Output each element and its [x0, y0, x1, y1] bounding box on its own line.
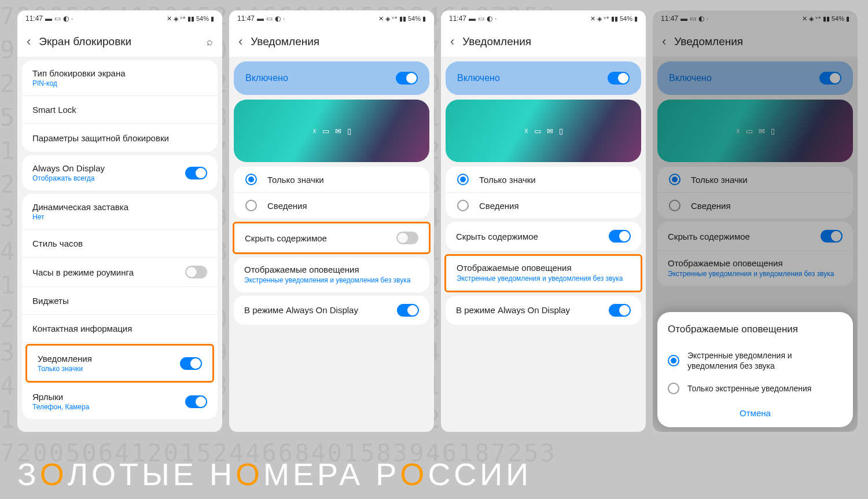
radio-icons-only[interactable]: Только значки	[657, 167, 853, 193]
status-time: 11:47	[25, 14, 43, 23]
dialog-title: Отображаемые оповещения	[668, 324, 843, 335]
radio-icons-only[interactable]: Только значки	[234, 167, 429, 193]
enabled-banner[interactable]: Включено	[446, 61, 641, 95]
signal-icon: ▮▮	[187, 15, 194, 23]
radio-details[interactable]: Сведения	[446, 193, 641, 218]
missed-call-icon: ☓	[736, 127, 740, 135]
toggle-enabled[interactable]	[819, 72, 841, 85]
mail-icon: ✉	[759, 127, 765, 135]
header: ‹ Экран блокировки ⌕	[17, 27, 222, 57]
radio-icon[interactable]	[245, 200, 257, 211]
radio-icon[interactable]	[245, 174, 257, 185]
radio-icon[interactable]	[669, 174, 681, 185]
lock-icon: ▯	[771, 127, 775, 135]
statusbar: 11:47 ▬▭◐ · ✕◈ᵛᵒ▮▮54%▮	[17, 10, 222, 27]
back-icon[interactable]: ‹	[238, 34, 242, 49]
status-battery: 54%	[196, 15, 209, 22]
dialog-option-1[interactable]: Экстренные уведомления и уведомления без…	[668, 344, 843, 377]
row-shown-alerts[interactable]: Отображаемые оповещения Экстренные уведо…	[234, 258, 429, 292]
toggle-notifications[interactable]	[180, 357, 202, 370]
toggle-enabled[interactable]	[608, 72, 630, 85]
phone-screen-3: 11:47 ▬▭◐ · ✕◈ᵛᵒ▮▮54%▮ ‹ Уведомления Вкл…	[441, 10, 646, 432]
chat-icon: ▭	[534, 127, 541, 135]
wifi-icon: ◈	[597, 15, 602, 23]
row-hide-content[interactable]: Скрыть содержимое	[234, 223, 429, 252]
radio-icon[interactable]	[669, 200, 681, 211]
row-clock-style[interactable]: Стиль часов	[22, 230, 218, 258]
row-contact-info[interactable]: Контактная информация	[22, 315, 218, 343]
statusbar: 11:47 ▬▭◐ · ✕◈ᵛᵒ▮▮54%▮	[229, 10, 434, 27]
chat-icon: ▬	[257, 14, 264, 23]
enabled-banner[interactable]: Включено	[234, 61, 429, 95]
missed-call-icon: ☓	[312, 127, 317, 135]
back-icon[interactable]: ‹	[27, 34, 31, 49]
back-icon[interactable]: ‹	[662, 34, 666, 49]
battery-icon: ▮	[634, 15, 638, 23]
row-secure-params[interactable]: Параметры защитной блокировки	[22, 124, 218, 152]
highlight-shown-alerts: Отображаемые оповещения Экстренные уведо…	[444, 254, 642, 292]
back-icon[interactable]: ‹	[450, 34, 454, 49]
missed-call-icon: ☓	[524, 127, 528, 135]
lockscreen-preview: ☓ ▭ ✉ ▯	[446, 100, 641, 162]
weather-icon: ◐	[275, 14, 281, 23]
toggle-aod[interactable]	[185, 167, 207, 179]
phone-screen-4: 11:47 ▬▭◐ · ✕◈ᵛᵒ▮▮54%▮ ‹ Уведомления Вкл…	[653, 10, 858, 432]
toggle-shortcuts[interactable]	[185, 395, 207, 408]
radio-icon[interactable]	[457, 174, 469, 185]
chat-icon: ▬	[45, 14, 52, 23]
row-hide-content[interactable]: Скрыть содержимое	[657, 222, 853, 251]
row-shortcuts[interactable]: ЯрлыкиТелефон, Камера	[22, 384, 218, 419]
dialog-cancel-button[interactable]: Отмена	[668, 400, 843, 420]
mail-icon: ✉	[335, 127, 341, 135]
mute-icon: ✕	[590, 15, 595, 23]
radio-icons-only[interactable]: Только значки	[446, 167, 641, 193]
row-widgets[interactable]: Виджеты	[22, 287, 218, 315]
battery-icon: ▮	[211, 15, 214, 23]
row-notifications[interactable]: УведомленияТолько значки	[27, 346, 212, 381]
toggle-hide-content[interactable]	[396, 232, 418, 244]
toggle-aod-mode[interactable]	[397, 304, 419, 317]
header: ‹ Уведомления	[653, 27, 858, 57]
signal-icon: ▮▮	[399, 15, 406, 23]
row-dynamic[interactable]: Динамическая заставкаНет	[22, 194, 218, 230]
row-hide-content[interactable]: Скрыть содержимое	[446, 222, 641, 251]
enabled-banner[interactable]: Включено	[657, 61, 853, 95]
header-title: Уведомления	[462, 35, 531, 48]
toggle-roaming[interactable]	[185, 266, 207, 278]
volte-icon: ᵛᵒ	[604, 15, 609, 23]
row-aod[interactable]: Always On DisplayОтображать всегда	[22, 155, 218, 190]
header-title: Экран блокировки	[39, 35, 131, 48]
signal-icon: ▮▮	[611, 15, 618, 23]
chat-icon: ▭	[322, 127, 329, 135]
row-aod-mode[interactable]: В режиме Always On Display	[446, 296, 641, 325]
dialog-option-2[interactable]: Только экстренные уведомления	[668, 377, 843, 400]
radio-icon[interactable]	[668, 383, 679, 394]
radio-details[interactable]: Сведения	[234, 193, 429, 218]
row-shown-alerts[interactable]: Отображаемые оповещения Экстренные уведо…	[657, 251, 853, 286]
header-title: Уведомления	[251, 35, 319, 48]
row-lock-type[interactable]: Тип блокировки экранаPIN-код	[22, 60, 218, 96]
row-smart-lock[interactable]: Smart Lock	[22, 96, 218, 124]
header-title: Уведомления	[674, 35, 743, 48]
volte-icon: ᵛᵒ	[180, 15, 186, 23]
lock-icon: ▯	[559, 127, 563, 135]
mute-icon: ✕	[167, 15, 172, 23]
radio-icon[interactable]	[457, 200, 469, 211]
volte-icon: ᵛᵒ	[392, 15, 398, 23]
row-aod-mode[interactable]: В режиме Always On Display	[234, 296, 429, 325]
radio-icon[interactable]	[668, 355, 679, 366]
toggle-aod-mode[interactable]	[609, 304, 631, 317]
row-shown-alerts[interactable]: Отображаемые оповещения Экстренные уведо…	[446, 256, 641, 291]
search-icon[interactable]: ⌕	[207, 36, 213, 48]
statusbar: 11:47 ▬▭◐ · ✕◈ᵛᵒ▮▮54%▮	[441, 10, 646, 27]
row-roaming-clock[interactable]: Часы в режиме роуминга	[22, 258, 218, 287]
toggle-enabled[interactable]	[396, 72, 418, 85]
toggle-hide-content[interactable]	[609, 230, 631, 243]
highlight-hide-content: Скрыть содержимое	[233, 222, 431, 254]
mail-icon: ✉	[547, 127, 553, 135]
header: ‹ Уведомления	[229, 27, 434, 57]
radio-details[interactable]: Сведения	[657, 193, 853, 218]
weather-icon: ◐	[487, 14, 492, 23]
message-icon: ▭	[478, 14, 484, 23]
toggle-hide-content[interactable]	[821, 230, 843, 243]
